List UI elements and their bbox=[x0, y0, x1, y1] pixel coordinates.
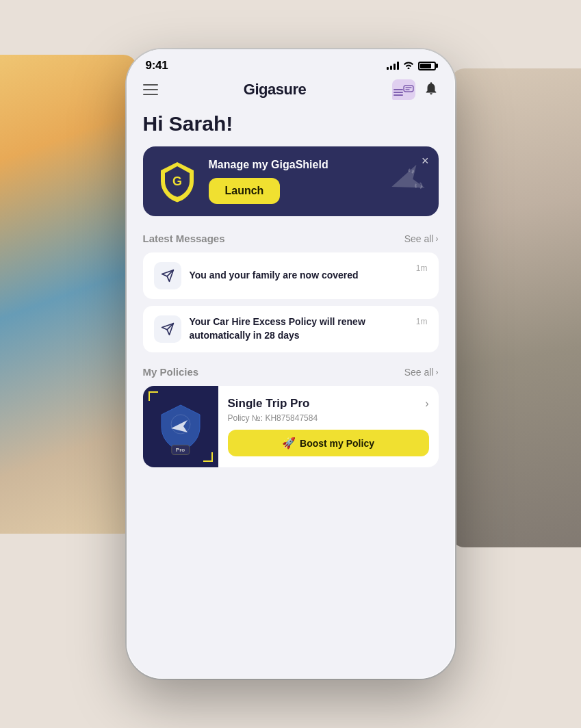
battery-icon bbox=[418, 62, 436, 70]
policies-see-all-label: See all bbox=[404, 367, 434, 378]
latest-messages-title: Latest Messages bbox=[143, 233, 225, 244]
bell-icon bbox=[424, 81, 439, 96]
messages-see-all-chevron-icon: › bbox=[436, 234, 439, 244]
wifi-icon bbox=[403, 60, 414, 71]
close-banner-button[interactable]: × bbox=[422, 155, 429, 167]
gigashield-logo-icon: G bbox=[155, 159, 199, 203]
policies-see-all-chevron-icon: › bbox=[436, 367, 439, 377]
app-header: Gigasure bbox=[143, 77, 439, 100]
pro-badge: Pro bbox=[171, 445, 190, 455]
header-icons bbox=[392, 79, 439, 100]
hamburger-menu-button[interactable] bbox=[143, 84, 158, 95]
policy-info-0: Single Trip Pro › Policy №: KH875847584 … bbox=[218, 386, 439, 467]
message-card-0[interactable]: You and your family are now covered 1m bbox=[143, 252, 439, 299]
rocket-icon: 🚀 bbox=[282, 437, 296, 450]
policy-card-0: Pro Single Trip Pro › Policy №: KH875847… bbox=[143, 386, 439, 467]
policy-number-0: Policy №: KH875847584 bbox=[228, 413, 429, 423]
my-policies-header: My Policies See all › bbox=[143, 366, 439, 378]
latest-messages-header: Latest Messages See all › bbox=[143, 233, 439, 244]
svg-text:G: G bbox=[172, 174, 181, 188]
message-time-1: 1m bbox=[416, 317, 428, 326]
chat-bubble-icon bbox=[392, 79, 415, 100]
message-icon-0 bbox=[154, 262, 181, 289]
policies-section: My Policies See all › bbox=[143, 366, 439, 467]
gigashield-banner: G Manage my GigaShield Launch × bbox=[143, 146, 439, 216]
message-text-0: You and your family are now covered bbox=[190, 269, 408, 283]
status-time: 9:41 bbox=[146, 59, 168, 73]
phone-shell: 9:41 Gigasure bbox=[127, 49, 455, 679]
greeting-text: Hi Sarah! bbox=[143, 112, 439, 135]
bg-left-image bbox=[0, 55, 137, 534]
app-logo: Gigasure bbox=[244, 81, 306, 99]
signal-icon bbox=[387, 62, 399, 70]
policy-chevron-icon: › bbox=[425, 398, 428, 410]
policies-see-all-link[interactable]: See all › bbox=[404, 367, 439, 378]
bg-right-image bbox=[451, 68, 581, 547]
status-icons bbox=[387, 60, 436, 71]
message-text-1: Your Car Hire Excess Policy will renew a… bbox=[190, 315, 408, 342]
launch-button[interactable]: Launch bbox=[209, 178, 281, 204]
policy-name-0: Single Trip Pro bbox=[228, 397, 310, 411]
policy-name-row: Single Trip Pro › bbox=[228, 397, 429, 411]
messages-see-all-label: See all bbox=[404, 233, 434, 244]
notification-button[interactable] bbox=[424, 81, 439, 99]
policy-shield-icon bbox=[157, 402, 204, 452]
status-bar: 9:41 bbox=[127, 49, 455, 77]
message-icon-1 bbox=[154, 315, 181, 343]
policy-thumbnail-0: Pro bbox=[143, 386, 218, 467]
app-content: Gigasure bbox=[127, 77, 455, 672]
boost-label: Boost my Policy bbox=[300, 438, 374, 449]
my-policies-title: My Policies bbox=[143, 366, 199, 378]
message-time-0: 1m bbox=[416, 263, 428, 273]
svg-rect-0 bbox=[404, 86, 413, 92]
boost-policy-button[interactable]: 🚀 Boost my Policy bbox=[228, 430, 429, 456]
chat-button[interactable] bbox=[392, 79, 415, 100]
message-card-1[interactable]: Your Car Hire Excess Policy will renew a… bbox=[143, 306, 439, 352]
messages-see-all-link[interactable]: See all › bbox=[404, 233, 439, 244]
